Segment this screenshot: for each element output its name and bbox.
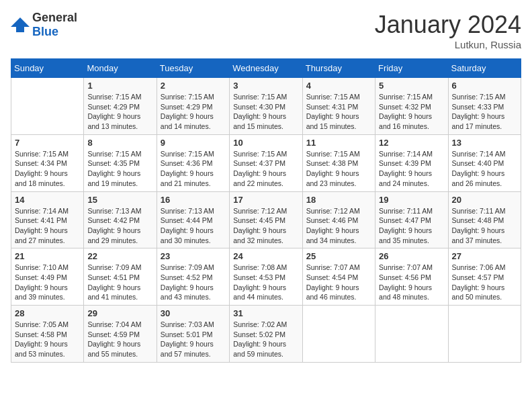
- day-number: 26: [379, 251, 444, 261]
- calendar-cell: 7Sunrise: 7:15 AMSunset: 4:34 PMDaylight…: [11, 134, 84, 191]
- weekday-header: Monday: [84, 59, 157, 78]
- day-info: Sunrise: 7:15 AMSunset: 4:31 PMDaylight:…: [306, 92, 371, 132]
- day-number: 11: [306, 138, 371, 148]
- calendar-cell: 18Sunrise: 7:12 AMSunset: 4:46 PMDayligh…: [302, 191, 375, 248]
- weekday-header: Saturday: [448, 59, 521, 78]
- calendar-week-row: 21Sunrise: 7:10 AMSunset: 4:49 PMDayligh…: [11, 248, 521, 306]
- day-info: Sunrise: 7:09 AMSunset: 4:51 PMDaylight:…: [87, 263, 152, 302]
- day-info: Sunrise: 7:11 AMSunset: 4:47 PMDaylight:…: [379, 206, 444, 246]
- logo-text: General Blue: [32, 11, 77, 39]
- day-info: Sunrise: 7:14 AMSunset: 4:41 PMDaylight:…: [15, 206, 80, 246]
- day-number: 29: [87, 308, 152, 318]
- day-number: 3: [233, 81, 298, 91]
- day-number: 4: [306, 81, 371, 91]
- day-number: 16: [161, 195, 226, 205]
- day-info: Sunrise: 7:15 AMSunset: 4:34 PMDaylight:…: [15, 149, 80, 189]
- logo-general: General: [32, 11, 77, 24]
- day-info: Sunrise: 7:15 AMSunset: 4:35 PMDaylight:…: [87, 149, 152, 189]
- calendar-cell: 19Sunrise: 7:11 AMSunset: 4:47 PMDayligh…: [375, 191, 448, 248]
- day-number: 24: [233, 251, 298, 261]
- calendar-cell: [302, 306, 375, 363]
- day-info: Sunrise: 7:07 AMSunset: 4:56 PMDaylight:…: [379, 263, 444, 302]
- day-info: Sunrise: 7:15 AMSunset: 4:38 PMDaylight:…: [306, 149, 371, 189]
- calendar-cell: 31Sunrise: 7:02 AMSunset: 5:02 PMDayligh…: [230, 306, 302, 363]
- logo: General Blue: [11, 11, 77, 39]
- day-info: Sunrise: 7:08 AMSunset: 4:53 PMDaylight:…: [233, 263, 298, 302]
- day-info: Sunrise: 7:04 AMSunset: 4:59 PMDaylight:…: [87, 320, 152, 359]
- calendar-cell: [448, 306, 521, 363]
- logo-blue: Blue: [32, 25, 58, 38]
- day-number: 17: [233, 195, 298, 205]
- calendar-cell: 4Sunrise: 7:15 AMSunset: 4:31 PMDaylight…: [302, 78, 375, 135]
- day-number: 27: [452, 251, 517, 261]
- calendar-cell: 6Sunrise: 7:15 AMSunset: 4:33 PMDaylight…: [448, 78, 521, 135]
- day-info: Sunrise: 7:02 AMSunset: 5:02 PMDaylight:…: [233, 320, 298, 359]
- location-title: Lutkun, Russia: [375, 39, 521, 50]
- day-info: Sunrise: 7:12 AMSunset: 4:45 PMDaylight:…: [233, 206, 298, 246]
- day-number: 28: [15, 308, 80, 318]
- calendar-cell: 2Sunrise: 7:15 AMSunset: 4:29 PMDaylight…: [157, 78, 229, 135]
- page-header: General Blue January 2024 Lutkun, Russia: [11, 11, 521, 50]
- day-info: Sunrise: 7:12 AMSunset: 4:46 PMDaylight:…: [306, 206, 371, 246]
- calendar-cell: [375, 306, 448, 363]
- day-number: 30: [161, 308, 226, 318]
- calendar-table: SundayMondayTuesdayWednesdayThursdayFrid…: [11, 58, 521, 363]
- calendar-cell: 29Sunrise: 7:04 AMSunset: 4:59 PMDayligh…: [84, 306, 157, 363]
- svg-marker-0: [11, 17, 30, 32]
- day-number: 9: [161, 138, 226, 148]
- weekday-header: Sunday: [11, 59, 84, 78]
- calendar-cell: 16Sunrise: 7:13 AMSunset: 4:44 PMDayligh…: [157, 191, 229, 248]
- day-number: 1: [87, 81, 152, 91]
- calendar-cell: 17Sunrise: 7:12 AMSunset: 4:45 PMDayligh…: [230, 191, 302, 248]
- day-info: Sunrise: 7:15 AMSunset: 4:29 PMDaylight:…: [87, 92, 152, 132]
- day-number: 23: [161, 251, 226, 261]
- calendar-week-row: 28Sunrise: 7:05 AMSunset: 4:58 PMDayligh…: [11, 306, 521, 363]
- calendar-cell: 22Sunrise: 7:09 AMSunset: 4:51 PMDayligh…: [84, 248, 157, 306]
- calendar-cell: 28Sunrise: 7:05 AMSunset: 4:58 PMDayligh…: [11, 306, 84, 363]
- day-number: 20: [452, 195, 517, 205]
- weekday-header: Thursday: [302, 59, 375, 78]
- title-block: January 2024 Lutkun, Russia: [375, 11, 521, 50]
- day-number: 2: [161, 81, 226, 91]
- day-number: 8: [87, 138, 152, 148]
- logo-icon: [11, 17, 30, 32]
- day-info: Sunrise: 7:15 AMSunset: 4:32 PMDaylight:…: [379, 92, 444, 132]
- day-info: Sunrise: 7:13 AMSunset: 4:42 PMDaylight:…: [87, 206, 152, 246]
- day-number: 6: [452, 81, 517, 91]
- month-title: January 2024: [375, 11, 521, 39]
- calendar-cell: 27Sunrise: 7:06 AMSunset: 4:57 PMDayligh…: [448, 248, 521, 306]
- calendar-cell: 14Sunrise: 7:14 AMSunset: 4:41 PMDayligh…: [11, 191, 84, 248]
- calendar-cell: 1Sunrise: 7:15 AMSunset: 4:29 PMDaylight…: [84, 78, 157, 135]
- day-number: 31: [233, 308, 298, 318]
- day-info: Sunrise: 7:15 AMSunset: 4:33 PMDaylight:…: [452, 92, 517, 132]
- day-number: 18: [306, 195, 371, 205]
- calendar-cell: 26Sunrise: 7:07 AMSunset: 4:56 PMDayligh…: [375, 248, 448, 306]
- calendar-cell: 8Sunrise: 7:15 AMSunset: 4:35 PMDaylight…: [84, 134, 157, 191]
- day-info: Sunrise: 7:14 AMSunset: 4:39 PMDaylight:…: [379, 149, 444, 189]
- day-number: 5: [379, 81, 444, 91]
- calendar-cell: [11, 78, 84, 135]
- calendar-cell: 3Sunrise: 7:15 AMSunset: 4:30 PMDaylight…: [230, 78, 302, 135]
- calendar-cell: 24Sunrise: 7:08 AMSunset: 4:53 PMDayligh…: [230, 248, 302, 306]
- calendar-week-row: 7Sunrise: 7:15 AMSunset: 4:34 PMDaylight…: [11, 134, 521, 191]
- weekday-header: Friday: [375, 59, 448, 78]
- day-number: 10: [233, 138, 298, 148]
- day-info: Sunrise: 7:15 AMSunset: 4:29 PMDaylight:…: [161, 92, 226, 132]
- calendar-cell: 30Sunrise: 7:03 AMSunset: 5:01 PMDayligh…: [157, 306, 229, 363]
- day-info: Sunrise: 7:03 AMSunset: 5:01 PMDaylight:…: [161, 320, 226, 359]
- calendar-cell: 5Sunrise: 7:15 AMSunset: 4:32 PMDaylight…: [375, 78, 448, 135]
- calendar-cell: 13Sunrise: 7:14 AMSunset: 4:40 PMDayligh…: [448, 134, 521, 191]
- day-number: 15: [87, 195, 152, 205]
- calendar-cell: 11Sunrise: 7:15 AMSunset: 4:38 PMDayligh…: [302, 134, 375, 191]
- weekday-header: Wednesday: [230, 59, 302, 78]
- day-number: 21: [15, 251, 80, 261]
- calendar-cell: 21Sunrise: 7:10 AMSunset: 4:49 PMDayligh…: [11, 248, 84, 306]
- calendar-week-row: 1Sunrise: 7:15 AMSunset: 4:29 PMDaylight…: [11, 78, 521, 135]
- calendar-cell: 20Sunrise: 7:11 AMSunset: 4:48 PMDayligh…: [448, 191, 521, 248]
- day-info: Sunrise: 7:14 AMSunset: 4:40 PMDaylight:…: [452, 149, 517, 189]
- day-info: Sunrise: 7:15 AMSunset: 4:37 PMDaylight:…: [233, 149, 298, 189]
- calendar-cell: 10Sunrise: 7:15 AMSunset: 4:37 PMDayligh…: [230, 134, 302, 191]
- day-info: Sunrise: 7:15 AMSunset: 4:30 PMDaylight:…: [233, 92, 298, 132]
- day-number: 12: [379, 138, 444, 148]
- day-info: Sunrise: 7:09 AMSunset: 4:52 PMDaylight:…: [161, 263, 226, 302]
